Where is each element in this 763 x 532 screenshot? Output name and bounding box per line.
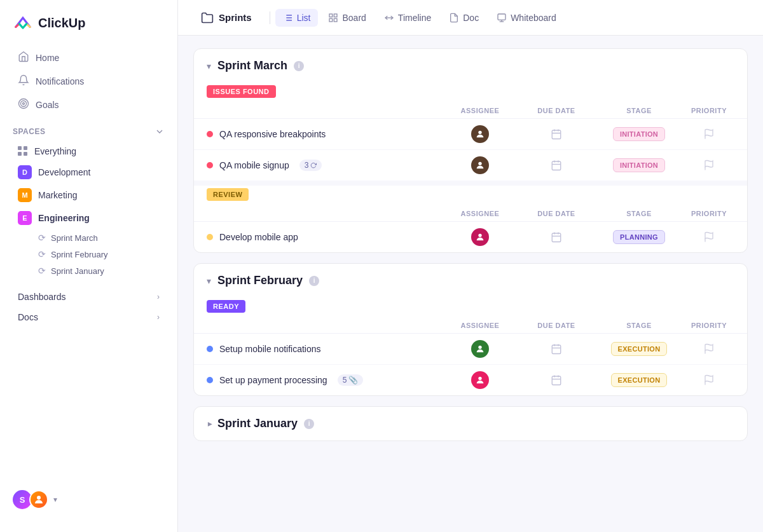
avatar-user2[interactable] xyxy=(29,490,48,509)
refresh-icon xyxy=(310,162,317,168)
task-badge-count: 3 xyxy=(299,160,322,171)
nav-docs[interactable]: Docs › xyxy=(5,307,172,327)
engineering-label: Engineering xyxy=(38,213,90,223)
flag-icon xyxy=(703,160,715,171)
task-badge-count: 5 📎 xyxy=(338,374,364,386)
nav-home[interactable]: Home xyxy=(5,46,172,69)
task-name-cell: Setup mobile notifications xyxy=(207,344,442,354)
ready-table-header: ASSIGNEE DUE DATE STAGE PRIORITY xyxy=(194,318,747,334)
nav-home-label: Home xyxy=(36,53,59,63)
sidebar-sprint-february-label: Sprint February xyxy=(51,250,108,259)
svg-point-30 xyxy=(478,234,481,237)
sidebar-sprint-january[interactable]: ⟳ Sprint January xyxy=(5,263,172,279)
breadcrumb-folder: Sprints xyxy=(193,8,259,28)
sprint-march-info-icon: i xyxy=(294,61,304,71)
calendar-icon xyxy=(551,343,562,355)
col-stage-header-3: STAGE xyxy=(595,322,684,329)
sprint-january-collapse-icon[interactable]: ▾ xyxy=(204,421,214,426)
group-issues-found: ISSUES FOUND ASSIGNEE DUE DATE STAGE PRI… xyxy=(194,83,747,181)
logo-area[interactable]: ClickUp xyxy=(0,13,177,46)
tab-list[interactable]: List xyxy=(275,9,319,27)
task-badge-number: 5 xyxy=(343,376,347,385)
priority-cell xyxy=(684,160,734,171)
tab-whiteboard[interactable]: Whiteboard xyxy=(489,9,564,27)
tab-timeline[interactable]: Timeline xyxy=(376,9,439,27)
sprint-february-icon: ⟳ xyxy=(38,249,46,259)
sidebar-item-marketing[interactable]: M Marketing xyxy=(5,184,172,207)
sprint-march-section: ▾ Sprint March i ISSUES FOUND ASSIGNEE D… xyxy=(193,48,748,253)
table-row[interactable]: Set up payment processing 5 📎 xyxy=(194,365,747,395)
home-icon xyxy=(18,51,29,64)
svg-rect-31 xyxy=(552,233,561,242)
assignee-cell xyxy=(442,125,518,143)
stage-badge-initiation: INITIATION xyxy=(613,158,665,172)
spaces-label: Spaces xyxy=(13,127,45,136)
col-task-header xyxy=(207,322,442,329)
task-name: Develop mobile app xyxy=(219,232,298,242)
stage-badge-initiation: INITIATION xyxy=(613,127,665,141)
col-duedate-header-2: DUE DATE xyxy=(518,210,595,217)
table-row[interactable]: Setup mobile notifications EXECUTION xyxy=(194,334,747,365)
tab-whiteboard-label: Whiteboard xyxy=(511,13,556,23)
task-name-cell: Set up payment processing 5 📎 xyxy=(207,374,442,386)
user-chevron-icon[interactable]: ▾ xyxy=(53,495,57,504)
nav-dashboards[interactable]: Dashboards › xyxy=(5,287,172,307)
duedate-cell xyxy=(518,231,595,243)
task-dot-red xyxy=(207,131,213,137)
tab-doc[interactable]: Doc xyxy=(441,9,486,27)
sprint-february-info-icon: i xyxy=(309,276,319,286)
folder-label: Sprints xyxy=(219,12,252,23)
marketing-label: Marketing xyxy=(38,190,77,200)
task-name: Set up payment processing xyxy=(219,375,327,385)
table-row[interactable]: QA mobile signup 3 xyxy=(194,150,747,181)
svg-point-42 xyxy=(478,377,481,380)
nav-notifications-label: Notifications xyxy=(36,76,84,86)
sidebar: ClickUp Home Notifications Goals Spaces … xyxy=(0,0,178,532)
sprint-march-header[interactable]: ▾ Sprint March i xyxy=(194,49,747,83)
sprint-march-icon: ⟳ xyxy=(38,233,46,243)
tab-board[interactable]: Board xyxy=(320,9,373,27)
everything-label: Everything xyxy=(34,146,76,156)
chevron-down-icon[interactable] xyxy=(155,126,165,137)
sprint-january-header[interactable]: ▾ Sprint January i xyxy=(194,407,747,440)
svg-rect-43 xyxy=(552,376,561,385)
task-name: QA mobile signup xyxy=(219,160,289,170)
sprint-february-collapse-icon[interactable]: ▾ xyxy=(207,276,211,286)
group-divider xyxy=(194,181,747,186)
logo-text: ClickUp xyxy=(38,16,85,31)
nav-notifications[interactable]: Notifications xyxy=(5,69,172,93)
assignee-cell xyxy=(442,228,518,246)
sprint-january-section: ▾ Sprint January i xyxy=(193,406,748,441)
dashboards-chevron-icon: › xyxy=(157,292,160,301)
bell-icon xyxy=(18,74,29,88)
nav-goals[interactable]: Goals xyxy=(5,93,172,116)
svg-rect-11 xyxy=(334,14,338,17)
table-row[interactable]: QA responsive breakpoints INITIATION xyxy=(194,119,747,150)
sidebar-item-engineering[interactable]: E Engineering xyxy=(5,207,172,229)
sprint-march-collapse-icon[interactable]: ▾ xyxy=(207,61,211,71)
task-dot-yellow xyxy=(207,234,213,240)
engineering-badge: E xyxy=(18,211,32,225)
sidebar-sprint-march[interactable]: ⟳ Sprint March xyxy=(5,229,172,246)
assignee-cell xyxy=(442,340,518,358)
task-dot-red xyxy=(207,162,213,168)
duedate-cell xyxy=(518,160,595,171)
task-name-cell: QA responsive breakpoints xyxy=(207,129,442,139)
col-task-header xyxy=(207,107,442,114)
timeline-icon xyxy=(384,13,394,23)
docs-label: Docs xyxy=(18,312,38,322)
sidebar-item-everything[interactable]: Everything xyxy=(5,142,172,161)
assignee-avatar xyxy=(471,340,489,358)
goals-icon xyxy=(18,98,29,111)
col-assignee-header-1: ASSIGNEE xyxy=(442,107,518,114)
sidebar-sprint-february[interactable]: ⟳ Sprint February xyxy=(5,246,172,263)
calendar-icon xyxy=(551,160,562,171)
task-name: QA responsive breakpoints xyxy=(219,129,326,139)
task-name-cell: QA mobile signup 3 xyxy=(207,160,442,171)
sidebar-item-development[interactable]: D Development xyxy=(5,161,172,184)
tab-board-label: Board xyxy=(342,13,366,23)
sprint-february-header[interactable]: ▾ Sprint February i xyxy=(194,264,747,297)
svg-point-3 xyxy=(37,496,41,500)
col-task-header xyxy=(207,210,442,217)
table-row[interactable]: Develop mobile app PLANNING xyxy=(194,222,747,252)
